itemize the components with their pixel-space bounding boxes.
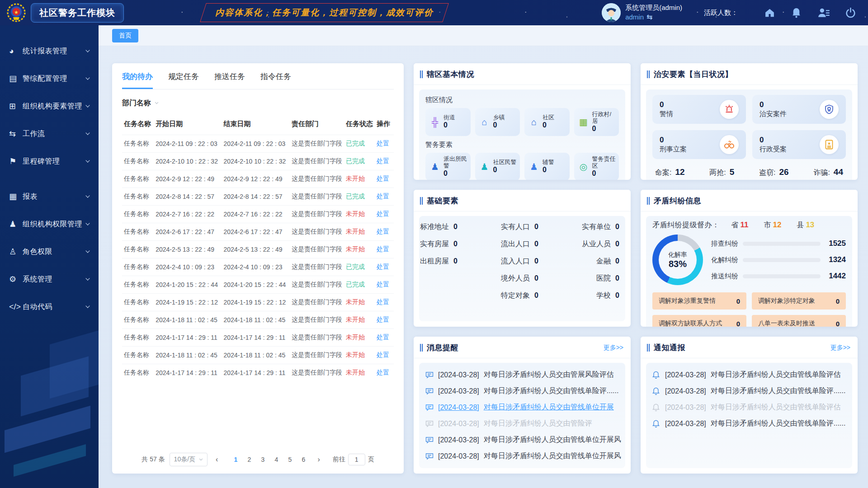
home-tab[interactable]: 首页 xyxy=(112,29,138,42)
status-badge: 未开始 xyxy=(346,228,365,235)
stat-tile: ▦ 行政村/居 0 xyxy=(574,108,619,136)
department-filter[interactable]: 部门名称 xyxy=(122,99,394,108)
sidebar-item[interactable]: ▤ 警综配置管理 xyxy=(0,67,99,90)
switch-user-icon[interactable]: ⇆ xyxy=(646,12,652,22)
goto-page-input[interactable] xyxy=(348,454,365,465)
page-number-button[interactable]: 1 xyxy=(230,454,241,465)
goto-label: 前往 xyxy=(333,455,345,464)
stat-tile-value: 0 xyxy=(592,169,618,178)
stat-tile-value: 0 xyxy=(542,121,554,129)
next-page-button[interactable]: › xyxy=(314,455,323,465)
handle-link[interactable]: 处置 xyxy=(377,316,389,323)
stat-tile-icon: ⌂ xyxy=(529,117,539,127)
dispute-bar: 化解纠纷 1324 xyxy=(711,255,846,264)
task-tab[interactable]: 规定任务 xyxy=(168,71,199,89)
home-icon[interactable] xyxy=(764,7,775,19)
sidebar-item[interactable]: ▦ 报表 xyxy=(0,185,99,208)
handle-link[interactable]: 处置 xyxy=(377,175,389,182)
sidebar-item[interactable]: </> 自动代码 xyxy=(0,296,99,318)
case-doc-icon xyxy=(820,135,839,154)
start-date-cell: 2024-2-8 14 : 22 : 57 xyxy=(154,188,222,206)
handle-link[interactable]: 处置 xyxy=(377,369,389,376)
sidebar-item[interactable]: ⚙ 系统管理 xyxy=(0,268,99,291)
sidebar-item-label: 警综配置管理 xyxy=(23,74,85,84)
crime-stat: 命案: 12 xyxy=(655,167,685,178)
column-header: 责任部门 xyxy=(290,114,344,135)
handle-link[interactable]: 处置 xyxy=(377,210,389,217)
handle-link[interactable]: 处置 xyxy=(377,140,389,147)
message-item[interactable]: [2024-03-28] 对每日涉矛盾纠纷人员交由管线单位开展风 xyxy=(425,451,619,461)
handle-link[interactable]: 处置 xyxy=(377,281,389,288)
sidebar-item[interactable]: ♟ 组织机构权限管理 xyxy=(0,213,99,235)
basic-elements-panel: 基础要素 标准地址0实有房屋0出租房屋0 实有人口0流出人口0流入人口0境外人员… xyxy=(414,190,631,327)
task-name-cell: 任务名称 xyxy=(122,241,154,258)
notice-item[interactable]: [2024-03-28] 对每日涉矛盾纠纷人员交由管线单险评估 xyxy=(652,370,846,380)
more-link[interactable]: 更多>> xyxy=(604,344,623,352)
sidebar-item[interactable]: ♙ 角色权限 xyxy=(0,240,99,263)
stat-tile: ⌂ 社区 0 xyxy=(524,108,570,136)
message-item[interactable]: [2024-03-28] 对每日涉矛盾纠纷人员交由管线单位开展风 xyxy=(425,435,619,445)
user-list-icon[interactable] xyxy=(817,7,830,19)
message-item[interactable]: [2024-03-28] 对每日涉矛盾纠纷人员交由管险评 xyxy=(425,419,619,428)
kv-stat: 流出人口0 xyxy=(501,239,541,249)
sidebar-item[interactable]: ◕ 统计报表管理 xyxy=(0,40,99,62)
page-number-button[interactable]: 2 xyxy=(243,454,255,465)
user-avatar[interactable] xyxy=(602,3,621,22)
page-number-button[interactable]: 5 xyxy=(284,454,296,465)
task-name-cell: 任务名称 xyxy=(122,135,154,153)
sidebar-item[interactable]: ⚑ 里程碑管理 xyxy=(0,150,99,173)
sidebar-item-icon: </> xyxy=(9,302,23,312)
sidebar-item-label: 报表 xyxy=(23,192,85,202)
message-item[interactable]: [2024-03-28] 对每日涉矛盾纠纷人员交由管线单位开展 xyxy=(425,403,619,412)
bar-label: 化解纠纷 xyxy=(711,256,738,264)
task-tab[interactable]: 我的待办 xyxy=(122,71,153,89)
supervision-level: 市 12 xyxy=(764,221,781,230)
task-tab[interactable]: 指令任务 xyxy=(260,71,291,89)
more-link[interactable]: 更多>> xyxy=(830,344,850,352)
handle-link[interactable]: 处置 xyxy=(377,263,389,270)
column-header: 结束日期 xyxy=(222,114,290,135)
sidebar-item[interactable]: ⇆ 工作流 xyxy=(0,122,99,145)
sidebar-item[interactable]: ⊞ 组织机构要素管理 xyxy=(0,95,99,117)
task-tab[interactable]: 推送任务 xyxy=(214,71,245,89)
title-marker xyxy=(420,344,423,352)
handle-link[interactable]: 处置 xyxy=(377,351,389,358)
status-badge: 未开始 xyxy=(346,316,365,323)
kv-label: 医院 xyxy=(596,274,611,283)
message-item[interactable]: [2024-03-28] 对每日涉矛盾纠纷人员交由管线单险评...... xyxy=(425,386,619,396)
username[interactable]: admin xyxy=(625,13,644,22)
sidebar-item-icon: ♙ xyxy=(9,247,23,257)
page-number-button[interactable]: 4 xyxy=(270,454,282,465)
dispute-tag-value: 0 xyxy=(736,320,740,327)
crime-stat: 诈骗: 44 xyxy=(813,167,843,178)
handle-link[interactable]: 处置 xyxy=(377,157,389,164)
notice-item[interactable]: [2024-03-28] 对每日涉矛盾纠纷人员交由管线单险评...... xyxy=(652,386,846,396)
dispute-panel: 矛盾纠纷信息 矛盾纠纷提级督办： 省 11 xyxy=(641,190,858,327)
page-number-button[interactable]: 6 xyxy=(297,454,309,465)
handle-link[interactable]: 处置 xyxy=(377,245,389,253)
end-date-cell: 2024-2-4 10 : 09 : 23 xyxy=(222,258,290,276)
handle-link[interactable]: 处置 xyxy=(377,298,389,305)
handle-link[interactable]: 处置 xyxy=(377,333,389,341)
bar-track xyxy=(743,274,821,278)
slogan-banner: 内容体系化，任务可量化，过程可控制，成效可评价 xyxy=(203,3,446,22)
start-date-cell: 2024-2-9 12 : 22 : 49 xyxy=(154,170,222,188)
department-cell: 这是责任部门字段 xyxy=(290,223,344,241)
sidebar-item-label: 工作流 xyxy=(23,129,85,139)
bar-value: 1324 xyxy=(825,255,846,264)
bell-icon[interactable] xyxy=(791,7,802,19)
chat-bubble-icon xyxy=(425,420,434,427)
handle-link[interactable]: 处置 xyxy=(377,228,389,235)
notice-item[interactable]: [2024-03-28] 对每日涉矛盾纠纷人员交由管线单险评...... xyxy=(652,419,846,428)
message-item[interactable]: [2024-03-28] 对每日涉矛盾纠纷人员交由管展风险评估 xyxy=(425,370,619,380)
page-number-button[interactable]: 3 xyxy=(257,454,269,465)
kv-label: 流出人口 xyxy=(501,239,530,249)
page-size-select[interactable]: 10条/页 xyxy=(170,453,208,466)
handle-link[interactable]: 处置 xyxy=(377,192,389,200)
power-icon[interactable] xyxy=(845,7,856,19)
prev-page-button[interactable]: ‹ xyxy=(212,455,222,465)
notice-item[interactable]: [2024-03-28] 对每日涉矛盾纠纷人员交由管线单险评估 xyxy=(652,403,846,412)
stat-tile: ╬ 街道 0 xyxy=(425,108,471,136)
chat-bubble-icon xyxy=(425,436,434,444)
app-title: 社区警务工作模块 xyxy=(39,8,115,18)
